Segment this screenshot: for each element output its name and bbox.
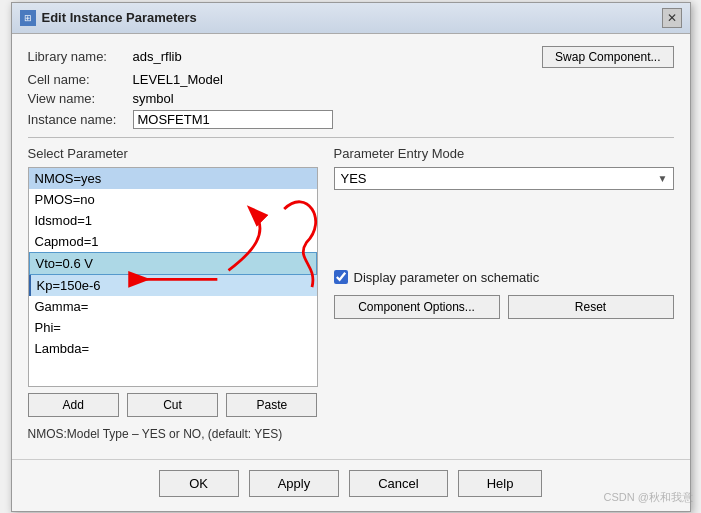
- param-item-3[interactable]: Capmod=1: [29, 231, 317, 252]
- library-row: Library name: ads_rflib Swap Component..…: [28, 46, 674, 68]
- ok-button[interactable]: OK: [159, 470, 239, 497]
- title-bar-left: ⊞ Edit Instance Parameters: [20, 10, 197, 26]
- parameter-list[interactable]: NMOS=yesPMOS=noIdsmod=1Capmod=1Vto=0.6 V…: [28, 167, 318, 387]
- cell-value: LEVEL1_Model: [133, 72, 223, 87]
- title-bar: ⊞ Edit Instance Parameters ✕: [12, 3, 690, 34]
- display-parameter-label: Display parameter on schematic: [354, 270, 540, 285]
- library-value: ads_rflib: [133, 49, 182, 64]
- cancel-button[interactable]: Cancel: [349, 470, 447, 497]
- param-item-0[interactable]: NMOS=yes: [29, 168, 317, 189]
- entry-mode-select[interactable]: YESNOVALUE: [334, 167, 674, 190]
- param-item-8[interactable]: Lambda=: [29, 338, 317, 359]
- param-item-6[interactable]: Gamma=: [29, 296, 317, 317]
- component-options-row: Component Options... Reset: [334, 295, 674, 319]
- cut-button[interactable]: Cut: [127, 393, 218, 417]
- right-panel: Parameter Entry Mode YESNOVALUE ▼ Displa…: [334, 146, 674, 417]
- left-panel: Select Parameter NMOS=yesPMOS=noIdsmod=1…: [28, 146, 318, 417]
- view-label: View name:: [28, 91, 133, 106]
- reset-button[interactable]: Reset: [508, 295, 674, 319]
- view-row: View name: symbol: [28, 91, 674, 106]
- apply-button[interactable]: Apply: [249, 470, 340, 497]
- watermark: CSDN @秋和我意: [604, 490, 693, 505]
- instance-label: Instance name:: [28, 112, 133, 127]
- help-button[interactable]: Help: [458, 470, 543, 497]
- param-item-4[interactable]: Vto=0.6 V: [29, 252, 317, 275]
- param-item-7[interactable]: Phi=: [29, 317, 317, 338]
- param-item-5[interactable]: Kp=150e-6: [29, 275, 317, 296]
- param-item-2[interactable]: Idsmod=1: [29, 210, 317, 231]
- dialog-content: Library name: ads_rflib Swap Component..…: [12, 34, 690, 455]
- cell-row: Cell name: LEVEL1_Model: [28, 72, 674, 87]
- status-bar: NMOS:Model Type – YES or NO, (default: Y…: [28, 425, 674, 443]
- instance-row: Instance name:: [28, 110, 674, 129]
- add-button[interactable]: Add: [28, 393, 119, 417]
- entry-mode-select-wrapper: YESNOVALUE ▼: [334, 167, 674, 190]
- swap-component-button[interactable]: Swap Component...: [542, 46, 673, 68]
- two-panel: Select Parameter NMOS=yesPMOS=noIdsmod=1…: [28, 146, 674, 417]
- close-button[interactable]: ✕: [662, 8, 682, 28]
- list-buttons: Add Cut Paste: [28, 393, 318, 417]
- display-option-area: Display parameter on schematic: [334, 270, 674, 285]
- view-value: symbol: [133, 91, 174, 106]
- edit-instance-dialog: ⊞ Edit Instance Parameters ✕ Library nam…: [11, 2, 691, 512]
- display-checkbox-wrapper: Display parameter on schematic: [334, 270, 540, 285]
- param-item-1[interactable]: PMOS=no: [29, 189, 317, 210]
- instance-name-input[interactable]: [133, 110, 333, 129]
- dialog-icon: ⊞: [20, 10, 36, 26]
- bottom-buttons: OK Apply Cancel Help: [12, 459, 690, 511]
- dialog-title: Edit Instance Parameters: [42, 10, 197, 25]
- display-parameter-checkbox[interactable]: [334, 270, 348, 284]
- select-parameter-title: Select Parameter: [28, 146, 318, 161]
- library-label: Library name:: [28, 49, 133, 64]
- parameter-entry-mode-title: Parameter Entry Mode: [334, 146, 674, 161]
- cell-label: Cell name:: [28, 72, 133, 87]
- component-options-button[interactable]: Component Options...: [334, 295, 500, 319]
- paste-button[interactable]: Paste: [226, 393, 317, 417]
